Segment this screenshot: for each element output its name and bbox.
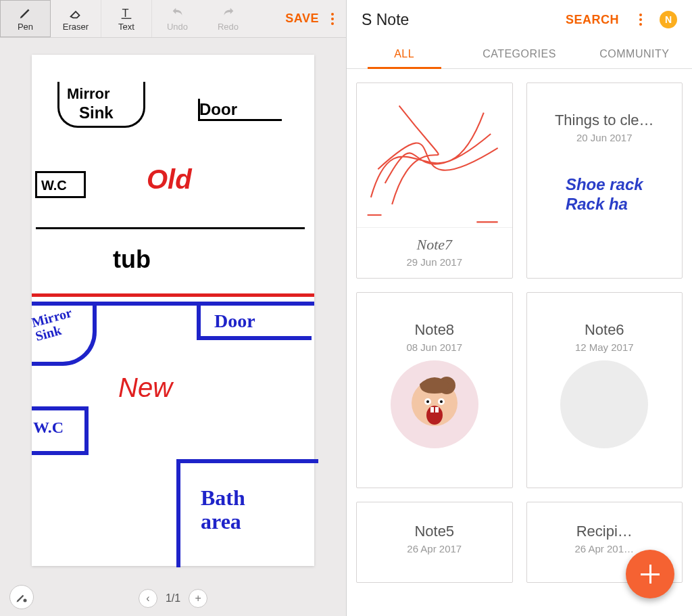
text-label: Text [118, 22, 134, 32]
note-title: Things to cle… [534, 112, 676, 129]
ink-text: Mirror [67, 85, 110, 103]
pen-label: Pen [18, 22, 33, 32]
note-card[interactable]: Things to cle… 20 Jun 2017 Shoe rack Rac… [526, 82, 683, 279]
svg-text:T: T [122, 7, 129, 19]
page-indicator: 1/1 [166, 592, 180, 605]
new-note-fab[interactable] [626, 550, 674, 598]
note-preview: Shoe rack Rack ha [560, 151, 648, 239]
svg-point-8 [440, 400, 443, 403]
ink-line [198, 119, 282, 121]
add-page-button[interactable]: + [189, 589, 207, 608]
ink-line [198, 99, 200, 119]
note-date: 12 May 2017 [534, 341, 676, 353]
notes-grid[interactable]: Note7 29 Jun 2017 Things to cle… 20 Jun … [347, 69, 692, 616]
text-icon: T [119, 5, 134, 20]
note-meta: Things to cle… 20 Jun 2017 [527, 112, 683, 143]
note-meta: Note8 08 Jun 2017 [357, 321, 512, 353]
svg-rect-11 [435, 407, 439, 412]
note-date: 20 Jun 2017 [534, 132, 676, 143]
note-meta: Note7 29 Jun 2017 [357, 227, 512, 276]
preview-line: Shoe rack [566, 175, 643, 193]
snote-list-pane: S Note SEARCH N ALL CATEGORIES COMMUNITY… [347, 0, 692, 616]
ink-text: Bath area [201, 486, 245, 534]
note-title: Note6 [534, 321, 676, 339]
prev-page-button[interactable]: ‹ [139, 589, 157, 608]
snote-more-button[interactable] [637, 14, 645, 26]
ink-text: W.C [33, 419, 64, 437]
app-title: S Note [362, 11, 556, 29]
redo-button[interactable]: Redo [203, 0, 253, 37]
tab-community[interactable]: COMMUNITY [577, 39, 692, 68]
ink-text: tub [113, 245, 151, 274]
tab-all[interactable]: ALL [347, 39, 462, 68]
note-preview [391, 360, 478, 448]
note-editor-pane: Pen Eraser T Text Undo Redo SAVE Mirror … [0, 0, 347, 616]
pen-icon [18, 5, 33, 20]
ink-text: Sink [79, 103, 114, 122]
note-card[interactable]: Note7 29 Jun 2017 [356, 82, 513, 279]
account-avatar[interactable]: N [660, 11, 677, 28]
preview-line: Rack ha [566, 195, 628, 213]
ink-box [176, 459, 318, 567]
save-button[interactable]: SAVE [273, 11, 331, 26]
note-title: Note7 [360, 236, 510, 254]
eraser-label: Eraser [63, 22, 89, 32]
note-preview [560, 360, 648, 448]
note-title: Note8 [364, 321, 505, 339]
undo-icon [170, 5, 185, 20]
note-preview [357, 83, 512, 227]
ink-text: Door [199, 100, 237, 119]
ink-line [32, 293, 314, 297]
ink-text: New [118, 373, 172, 403]
note-title: Note5 [364, 523, 505, 540]
redo-label: Redo [218, 22, 239, 32]
note-date: 29 Jun 2017 [360, 256, 510, 268]
editor-more-button[interactable] [331, 13, 346, 25]
ink-line [36, 227, 305, 229]
note-card[interactable]: Note6 12 May 2017 [526, 292, 683, 488]
svg-rect-10 [430, 407, 434, 412]
ink-text: Old [147, 164, 192, 195]
ink-text: W.C [41, 178, 67, 193]
note-date: 08 Jun 2017 [364, 341, 505, 353]
eraser-tool-button[interactable]: Eraser [51, 0, 101, 37]
note-meta: Note6 12 May 2017 [527, 321, 683, 353]
search-button[interactable]: SEARCH [566, 13, 619, 27]
text-tool-button[interactable]: T Text [101, 0, 152, 37]
tab-bar: ALL CATEGORIES COMMUNITY [347, 39, 692, 69]
note-meta: Recipi… 26 Apr 201… [527, 523, 683, 554]
snote-header: S Note SEARCH N [347, 0, 692, 39]
undo-label: Undo [167, 22, 188, 32]
canvas-area: Mirror Sink Door W.C Old tub Mirror Sink… [0, 38, 346, 616]
pen-tool-button[interactable]: Pen [0, 0, 51, 37]
note-meta: Note5 26 Apr 2017 [357, 523, 512, 554]
tab-categories[interactable]: CATEGORIES [462, 39, 576, 68]
note-title: Recipi… [534, 523, 676, 540]
cartoon-face-icon [401, 371, 468, 438]
svg-point-6 [426, 400, 429, 403]
svg-point-9 [426, 406, 443, 425]
note-card[interactable]: Note5 26 Apr 2017 [356, 502, 513, 583]
drawing-canvas[interactable]: Mirror Sink Door W.C Old tub Mirror Sink… [32, 55, 314, 566]
redo-icon [221, 5, 236, 20]
eraser-icon [68, 5, 83, 20]
note-date: 26 Apr 2017 [364, 543, 505, 554]
scribble-icon [357, 83, 512, 227]
page-navigator: ‹ 1/1 + [0, 589, 346, 608]
undo-button[interactable]: Undo [152, 0, 203, 37]
editor-toolbar: Pen Eraser T Text Undo Redo SAVE [0, 0, 346, 38]
ink-text: Door [214, 310, 255, 332]
note-card[interactable]: Note8 08 Jun 2017 [356, 292, 513, 488]
